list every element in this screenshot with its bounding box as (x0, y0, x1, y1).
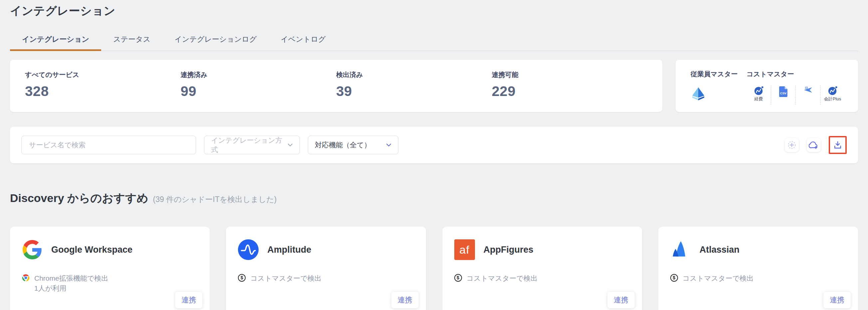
cost-source-label: 会計Plus (824, 96, 841, 102)
service-name: Amplitude (267, 245, 311, 255)
service-stats-card: すべてのサービス 328 連携済み 99 検出済み 39 連携可能 229 (10, 60, 662, 112)
cost-master-column: コストマスター 経費 CSV (746, 70, 845, 105)
tab-event-log[interactable]: イベントログ (269, 29, 338, 51)
masters-card: 従業員マスター コストマスター (676, 60, 858, 112)
feature-filter-value: 対応機能（全て） (315, 140, 371, 150)
page-title: インテグレーション (10, 3, 858, 19)
appfigures-logo: af (454, 239, 475, 260)
download-icon (833, 140, 842, 150)
employee-master-column: 従業員マスター (691, 70, 746, 105)
feature-filter-select[interactable]: 対応機能（全て） (308, 136, 398, 154)
stat-value: 39 (336, 83, 492, 99)
google-workspace-logo (22, 239, 42, 260)
discovery-cards-grid: Google Workspace Chrome拡張機能で検出 1人が利用 (10, 227, 858, 310)
stat-label: すべてのサービス (25, 71, 181, 79)
integrations-page: インテグレーション インテグレーション ステータス インテグレーションログ イベ… (0, 0, 868, 310)
discovery-section-header: Discovery からのおすすめ (39 件のシャドーITを検出しました) (10, 191, 858, 206)
stat-value: 99 (181, 83, 337, 99)
dollar-icon: $ (238, 274, 246, 282)
stat-label: 検出済み (336, 71, 492, 79)
download-button[interactable] (831, 138, 845, 152)
paper-plane-icon (803, 86, 813, 93)
discovery-title: Discovery からのおすすめ (10, 191, 149, 206)
cost-source-label: 経費 (754, 96, 763, 102)
dollar-icon: $ (670, 274, 678, 282)
detection-source: コストマスターで検出 (250, 273, 321, 283)
stat-value: 229 (492, 83, 648, 99)
service-name: Atlassian (700, 245, 740, 255)
stat-connected: 連携済み 99 (181, 71, 337, 103)
stat-all-services: すべてのサービス 328 (25, 71, 181, 103)
chevron-down-icon (386, 143, 392, 147)
filter-bar: インテグレーション方式 対応機能（全て） (10, 127, 858, 163)
integration-method-select[interactable]: インテグレーション方式 (204, 136, 300, 154)
stat-value: 328 (25, 83, 181, 99)
cost-source-kaikei-plus[interactable]: 会計Plus (820, 85, 845, 105)
employee-master-source[interactable] (691, 87, 746, 102)
cost-master-sources: 経費 CSV (746, 85, 845, 105)
detection-source: コストマスターで検出 (467, 273, 537, 283)
svg-text:CSV: CSV (780, 92, 786, 95)
dollar-icon: $ (454, 274, 462, 282)
service-name: AppFigures (484, 245, 533, 255)
stat-available: 連携可能 229 (492, 71, 648, 103)
connect-button[interactable]: 連携 (824, 292, 851, 308)
dashed-plus-icon (787, 140, 797, 150)
tab-status[interactable]: ステータス (101, 29, 162, 51)
wave-circle-icon (754, 86, 764, 95)
detection-usage: 1人が利用 (34, 283, 108, 293)
cost-source-plane[interactable] (796, 85, 820, 105)
detection-source: Chrome拡張機能で検出 (34, 273, 108, 283)
chrome-icon (22, 274, 30, 294)
connect-button[interactable]: 連携 (175, 292, 203, 308)
service-name: Google Workspace (51, 245, 132, 255)
cost-source-keihi[interactable]: 経費 (746, 85, 771, 105)
tab-integration-log[interactable]: インテグレーションログ (162, 29, 269, 51)
connect-button[interactable]: 連携 (608, 292, 635, 308)
chevron-down-icon (287, 143, 293, 147)
stat-label: 連携可能 (492, 71, 648, 79)
service-card-amplitude[interactable]: Amplitude $ コストマスターで検出 連携 (226, 227, 426, 310)
add-integration-button[interactable] (785, 138, 799, 152)
connect-button[interactable]: 連携 (392, 292, 419, 308)
detection-source: コストマスターで検出 (683, 273, 753, 283)
csv-file-icon: CSV (779, 86, 788, 97)
tab-bar: インテグレーション ステータス インテグレーションログ イベントログ (10, 29, 858, 51)
service-card-google-workspace[interactable]: Google Workspace Chrome拡張機能で検出 1人が利用 (10, 227, 210, 310)
amplitude-logo (238, 239, 258, 260)
stat-detected: 検出済み 39 (336, 71, 492, 103)
cloud-add-button[interactable] (807, 138, 821, 152)
discovery-subtitle: (39 件のシャドーITを検出しました) (153, 194, 277, 205)
stats-row: すべてのサービス 328 連携済み 99 検出済み 39 連携可能 229 従業… (10, 60, 858, 112)
cost-source-csv[interactable]: CSV (771, 85, 796, 105)
cost-master-label: コストマスター (746, 70, 845, 79)
service-card-atlassian[interactable]: Atlassian $ コストマスターで検出 連携 (658, 227, 858, 310)
employee-master-label: 従業員マスター (691, 70, 746, 79)
tab-integration[interactable]: インテグレーション (10, 29, 101, 51)
annotation-highlight-box (829, 136, 847, 154)
wave-circle-icon (828, 86, 837, 95)
integration-method-placeholder: インテグレーション方式 (211, 136, 287, 154)
atlassian-logo (670, 239, 691, 260)
cloud-plus-icon (809, 141, 819, 149)
service-card-appfigures[interactable]: af AppFigures $ コストマスターで検出 連携 (442, 227, 642, 310)
stat-label: 連携済み (181, 71, 337, 79)
gem-icon (691, 87, 706, 101)
search-input[interactable] (21, 136, 196, 154)
